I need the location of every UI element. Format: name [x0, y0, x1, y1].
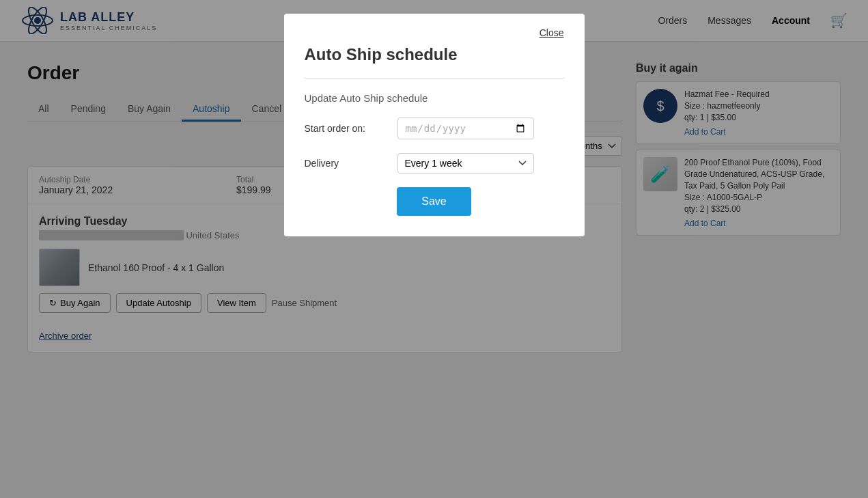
- modal-title: Auto Ship schedule: [305, 45, 564, 64]
- delivery-select[interactable]: Every 1 week Every 2 weeks Every 3 weeks…: [397, 153, 534, 174]
- save-button[interactable]: Save: [397, 187, 471, 216]
- modal-close-button[interactable]: Close: [540, 27, 564, 38]
- modal-overlay: Close Auto Ship schedule Update Auto Shi…: [0, 0, 868, 498]
- start-date-input[interactable]: [405, 122, 527, 135]
- modal-divider: [305, 78, 564, 79]
- modal-close-row: Close: [305, 27, 564, 38]
- date-input-wrapper: [397, 117, 534, 139]
- delivery-row: Delivery Every 1 week Every 2 weeks Ever…: [305, 153, 564, 174]
- modal-subtitle: Update Auto Ship schedule: [305, 92, 564, 104]
- start-order-row: Start order on:: [305, 117, 564, 139]
- auto-ship-modal: Close Auto Ship schedule Update Auto Shi…: [284, 14, 585, 236]
- start-order-label: Start order on:: [305, 123, 387, 134]
- delivery-label: Delivery: [305, 158, 387, 169]
